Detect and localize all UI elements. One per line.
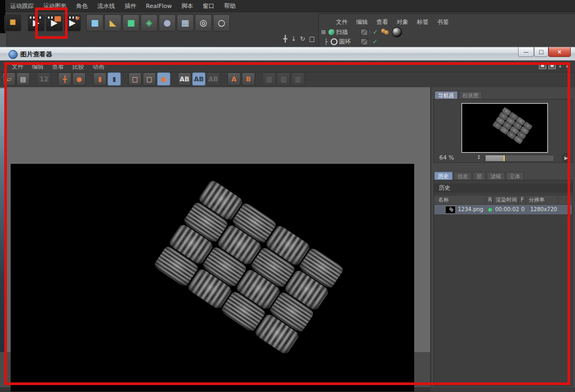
- om-menu-0[interactable]: 文件: [332, 18, 352, 27]
- history-table-row[interactable]: 1234.png 00:00:02 0 1280x720: [434, 205, 572, 214]
- viewport-pan-icon[interactable]: ╋: [283, 35, 287, 43]
- main-menu-5[interactable]: RealFlow: [141, 1, 177, 12]
- enable-check-icon[interactable]: ✓: [373, 29, 377, 36]
- save-image-button[interactable]: ▤: [17, 72, 30, 86]
- picture-frame-accent-icon: [54, 16, 61, 22]
- render-canvas-area[interactable]: [0, 87, 430, 392]
- main-menu-2[interactable]: 角色: [71, 1, 93, 12]
- single-image-button[interactable]: ▮: [93, 72, 106, 86]
- open-image-button[interactable]: ▱: [2, 72, 15, 86]
- history-col-4[interactable]: 分辨率: [529, 196, 545, 204]
- circle-object-icon: [331, 38, 338, 45]
- clear-ab-button[interactable]: ▥: [291, 72, 305, 86]
- axis-cube-button[interactable]: ■↳: [4, 14, 21, 31]
- main-menu-7[interactable]: 窗口: [198, 1, 219, 12]
- pv-menu-3[interactable]: 比较: [68, 61, 88, 72]
- main-menu-items: 运动跟踪运动图形角色流水线插件RealFlow脚本窗口帮助: [5, 0, 241, 12]
- zoom-slider-handle[interactable]: [504, 155, 505, 161]
- main-menu-4[interactable]: 插件: [120, 1, 141, 12]
- rendered-image[interactable]: [11, 164, 414, 391]
- set-image-a-button[interactable]: A: [227, 72, 241, 86]
- visibility-dots-icon[interactable]: :: [369, 29, 371, 35]
- zoom-slider[interactable]: [485, 155, 554, 162]
- undock-panel-icon[interactable]: [539, 63, 546, 69]
- om-menu-4[interactable]: 标签: [413, 18, 433, 27]
- viewport-toggle-icon[interactable]: □: [309, 35, 315, 43]
- object-label[interactable]: 扫描: [336, 28, 348, 36]
- maximize-panel-icon[interactable]: [548, 63, 556, 69]
- ab-split-horizontal-button[interactable]: AB: [178, 72, 191, 86]
- history-row-resolution: 1280x720: [530, 206, 557, 213]
- main-menu-1[interactable]: 运动图形: [38, 1, 71, 12]
- zoom-more-button[interactable]: ▶: [562, 153, 571, 162]
- history-col-3[interactable]: F: [521, 196, 524, 204]
- object-row-circle[interactable]: ├ 圆环 : ✓: [323, 37, 378, 46]
- viewport-rotate-icon[interactable]: ↻: [300, 35, 305, 43]
- pv-menu-4[interactable]: 动画: [88, 61, 109, 72]
- panel-menu-icon[interactable]: ↕: [565, 62, 570, 69]
- swap-ab-button[interactable]: ▥: [262, 72, 276, 86]
- history-col-0[interactable]: 名称: [438, 196, 449, 204]
- om-menu-1[interactable]: 编辑: [352, 18, 372, 27]
- render-view-button[interactable]: ▶: [28, 14, 45, 31]
- zoom-value: 64 %: [439, 154, 454, 161]
- ab-split-vertical-button[interactable]: AB: [192, 72, 206, 86]
- expand-icon[interactable]: ⊞: [321, 29, 326, 36]
- close-button[interactable]: ×: [548, 47, 571, 57]
- render-settings-button[interactable]: ▶✱: [64, 14, 81, 31]
- camera-button[interactable]: ◎: [195, 14, 212, 31]
- main-menu-6[interactable]: 脚本: [177, 1, 198, 12]
- maximize-button[interactable]: □: [534, 47, 548, 57]
- zoom-stepper-icon[interactable]: ↕: [477, 154, 481, 160]
- smoothing-tag-icon[interactable]: [381, 29, 390, 35]
- om-menu-5[interactable]: 书签: [433, 18, 453, 27]
- main-menu-0[interactable]: 运动跟踪: [5, 1, 38, 12]
- history-col-1[interactable]: R: [488, 196, 492, 204]
- minimize-button[interactable]: —: [518, 47, 534, 57]
- ab-off-button[interactable]: AB: [207, 72, 220, 86]
- primitive-cube-button[interactable]: ■: [86, 14, 103, 31]
- light-button[interactable]: ○: [213, 14, 230, 31]
- enable-check-icon[interactable]: ✓: [373, 38, 377, 45]
- frame-rate-button[interactable]: 12: [37, 72, 51, 86]
- layout-manager-button[interactable]: ╋: [58, 72, 71, 86]
- render-to-picture-viewer-button[interactable]: ▶: [46, 14, 63, 31]
- filmstrip-button[interactable]: ▮: [108, 72, 121, 86]
- layer-toggle[interactable]: [360, 38, 368, 45]
- navigator-thumbnail[interactable]: [462, 103, 548, 153]
- scene-floor-button[interactable]: ▦: [177, 14, 194, 31]
- visibility-dots-icon[interactable]: :: [369, 39, 371, 44]
- picture-viewer-titlebar[interactable]: 图片查看器 —□×: [0, 47, 575, 61]
- history-col-2[interactable]: 渲染时间: [496, 196, 517, 204]
- layer-toggle[interactable]: [360, 29, 368, 36]
- compare-frame-a-button-glyph: □: [132, 76, 138, 82]
- render-status-icon: [488, 208, 492, 212]
- zoom-slider-fill: [486, 155, 504, 161]
- main-menu-3[interactable]: 流水线: [93, 1, 120, 12]
- scroll-arrows-icon[interactable]: ↕: [558, 62, 563, 69]
- compare-frame-b-button[interactable]: □: [143, 72, 156, 86]
- compare-mask-button[interactable]: ●: [157, 72, 170, 86]
- copy-ab-button[interactable]: ▥: [277, 72, 290, 86]
- spline-pen-button[interactable]: ◣: [104, 14, 121, 31]
- pv-menu-0[interactable]: 文件: [7, 61, 28, 72]
- phong-tag-icon[interactable]: [392, 27, 402, 37]
- om-menu-2[interactable]: 查看: [372, 18, 392, 27]
- set-image-b-button[interactable]: B: [242, 72, 255, 86]
- viewport-zoom-icon[interactable]: ↓: [291, 35, 296, 43]
- main-toolbar: ■↳▶▶▶✱■◣■◈●▦◎○: [4, 14, 230, 31]
- compare-frame-a-button[interactable]: □: [128, 72, 142, 86]
- fullscreen-image-button-glyph: ●: [76, 76, 81, 82]
- mograph-button[interactable]: ◈: [141, 14, 158, 31]
- fullscreen-image-button[interactable]: ●: [72, 72, 86, 86]
- main-menu-8[interactable]: 帮助: [219, 1, 241, 12]
- clear-ab-button-glyph: ▥: [295, 76, 301, 82]
- deformers-button[interactable]: ●: [159, 14, 176, 31]
- pv-menu-2[interactable]: 查看: [48, 61, 68, 72]
- object-label[interactable]: 圆环: [339, 38, 351, 46]
- pv-menu-1[interactable]: 编辑: [28, 61, 48, 72]
- drag-handle-icon[interactable]: [321, 18, 328, 25]
- om-menu-3[interactable]: 对象: [392, 18, 413, 27]
- generators-button[interactable]: ■: [122, 14, 139, 31]
- object-row-sweep[interactable]: ⊞ 扫描 : ✓: [320, 28, 402, 36]
